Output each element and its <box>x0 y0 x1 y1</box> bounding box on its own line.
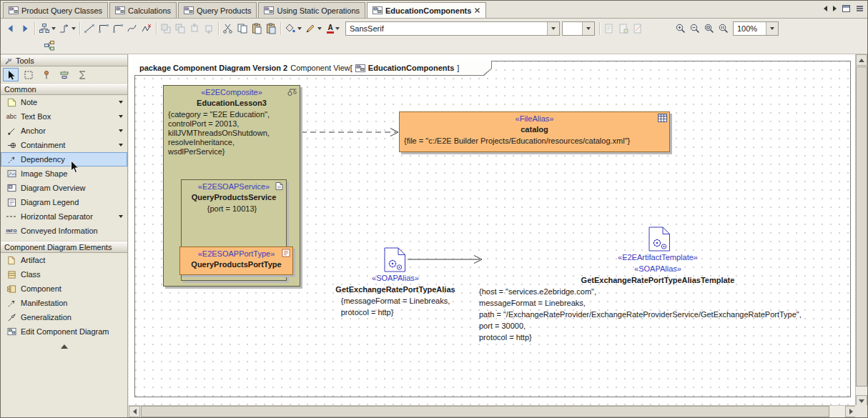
chevron-down-icon[interactable] <box>119 101 123 104</box>
clear-style-button[interactable] <box>631 21 645 36</box>
rounded-path-button[interactable] <box>111 21 125 36</box>
bring-forward-button[interactable] <box>187 21 202 36</box>
horizontal-separator-icon <box>6 212 17 222</box>
tab-educationcomponents[interactable]: EducationComponents <box>367 2 486 18</box>
cut-button[interactable] <box>221 21 235 36</box>
layout-tree-button[interactable] <box>37 21 57 36</box>
chevron-down-icon[interactable] <box>119 144 123 146</box>
palette-item-class[interactable]: Class <box>1 267 127 282</box>
tools-section-header[interactable]: Tools <box>1 54 127 66</box>
palette-item-diagram-legend[interactable]: Diagram Legend <box>1 195 127 209</box>
chevron-down-icon[interactable] <box>119 129 123 132</box>
palette-item-anchor[interactable]: Anchor <box>1 124 127 138</box>
palette-item-component[interactable]: Component <box>1 282 127 296</box>
copy-button[interactable] <box>235 21 250 36</box>
copy-style-button[interactable] <box>602 21 616 36</box>
paste-with-style-button[interactable] <box>264 21 278 36</box>
maximize-view-icon[interactable] <box>842 5 850 12</box>
scroll-tabs-left-icon[interactable] <box>824 6 827 11</box>
chevron-down-icon[interactable] <box>119 215 123 218</box>
tab-list-icon[interactable] <box>856 5 864 12</box>
align-center-tool[interactable] <box>56 68 72 81</box>
remove-breakpoints-button[interactable] <box>139 21 154 36</box>
zoom-combo[interactable]: 100% <box>733 21 779 36</box>
horizontal-scroll-thumb[interactable] <box>141 406 829 417</box>
palette-item-label: Generalization <box>21 313 71 322</box>
box-select-tool[interactable] <box>21 68 36 81</box>
tab-label: Calculations <box>128 6 171 15</box>
close-tab-icon[interactable] <box>474 7 480 14</box>
oblique-path-button[interactable] <box>82 21 97 36</box>
paste-style-button[interactable] <box>616 21 631 36</box>
vertical-scrollbar[interactable] <box>855 54 867 407</box>
tab-query-products[interactable]: Query Products <box>178 2 257 18</box>
palette-item-conveyed-information[interactable]: INFO Conveyed Information <box>1 224 127 238</box>
palette-item-manifestation[interactable]: Manifestation <box>1 296 127 310</box>
scroll-tabs-right-icon[interactable] <box>833 6 837 11</box>
dependency-link[interactable] <box>301 129 398 136</box>
common-section-header[interactable]: Common <box>1 83 127 95</box>
palette-item-generalization[interactable]: Generalization <box>1 310 127 324</box>
artifact-template-label[interactable]: «E2EArtifactTemplate» «SOAPAlias» GetExc… <box>479 252 837 343</box>
bezier-path-button[interactable] <box>125 21 139 36</box>
scroll-left-icon[interactable] <box>129 406 140 417</box>
palette-item-diagram-overview[interactable]: Diagram Overview <box>1 181 127 195</box>
send-backward-button[interactable] <box>202 21 216 36</box>
send-to-back-button[interactable] <box>173 21 187 36</box>
palette-item-horizontal-separator[interactable]: Horizontal Separator <box>1 209 127 224</box>
containment-browser-icon[interactable] <box>42 39 56 53</box>
diagram-icon <box>115 6 125 14</box>
related-elements-tool[interactable] <box>74 68 90 81</box>
forward-button[interactable] <box>18 21 32 36</box>
chevron-down-icon <box>335 27 340 30</box>
soap-alias-label[interactable]: «SOAPAlias» GetExchangeRatePortTypeAlias… <box>317 272 474 318</box>
element-name: EducationLesson3 <box>164 97 300 108</box>
font-color-button[interactable]: A <box>323 21 343 36</box>
back-button[interactable] <box>4 21 18 36</box>
class-icon <box>6 269 17 279</box>
zoom-in-icon[interactable] <box>674 21 688 36</box>
tab-product-query-classes[interactable]: Product Query Classes <box>3 2 108 18</box>
chevron-down-icon[interactable] <box>119 115 123 118</box>
component-elements-section-header[interactable]: Component Diagram Elements <box>1 241 127 253</box>
chevron-down-icon[interactable] <box>547 22 559 35</box>
tab-label: Product Query Classes <box>21 6 102 15</box>
palette-item-image-shape[interactable]: Image Shape <box>1 166 127 181</box>
zoom-actual-size-icon[interactable] <box>716 21 731 36</box>
main-toolbar: A SansSerif 100% <box>1 19 867 38</box>
palette-item-dependency[interactable]: Dependency <box>1 152 127 166</box>
line-routing-button[interactable] <box>57 21 77 36</box>
palette-item-text-box[interactable]: abc Text Box <box>1 109 127 124</box>
rectilinear-path-button[interactable] <box>97 21 111 36</box>
palette-item-artifact[interactable]: Artifact <box>1 253 127 267</box>
text-box-icon: abc <box>6 111 17 121</box>
diagram-palette: Tools Common Note abc Text Box Anchor <box>1 54 128 417</box>
zoom-out-icon[interactable] <box>688 21 702 36</box>
palette-scroll-up-button[interactable] <box>1 344 127 349</box>
sticky-pin-tool[interactable] <box>39 68 54 81</box>
soap-alias-artifact-icon[interactable] <box>384 247 406 272</box>
palette-item-edit-component-diagram[interactable]: Edit Component Diagram <box>1 324 127 339</box>
tab-calculations[interactable]: Calculations <box>109 2 177 18</box>
component-catalog[interactable]: «FileAlias» catalog {file = "c:/E2E Buil… <box>399 111 670 152</box>
component-queryproductsporttype[interactable]: «E2ESOAPPortType» QueryProductsPortType <box>179 247 293 275</box>
palette-item-containment[interactable]: Containment <box>1 138 127 152</box>
fill-color-button[interactable] <box>283 21 303 36</box>
tab-using-static-operations[interactable]: Using Static Operations <box>258 2 365 18</box>
horizontal-scrollbar[interactable] <box>129 405 857 417</box>
fit-in-window-icon[interactable] <box>702 21 716 36</box>
vertical-scroll-thumb[interactable] <box>856 66 867 387</box>
palette-item-note[interactable]: Note <box>1 95 127 109</box>
artifact-template-icon[interactable] <box>648 227 671 252</box>
bring-to-front-button[interactable] <box>159 21 173 36</box>
font-size-combo[interactable] <box>562 21 595 36</box>
chevron-down-icon[interactable] <box>766 22 778 35</box>
paste-button[interactable] <box>250 21 264 36</box>
chevron-down-icon[interactable] <box>582 22 594 35</box>
scroll-up-icon[interactable] <box>856 54 867 66</box>
line-color-button[interactable] <box>303 21 323 36</box>
font-name-combo[interactable]: SansSerif <box>345 21 560 36</box>
diagram-canvas[interactable]: package Component Diagram Version 2 Comp… <box>129 54 857 407</box>
alias-to-template-link[interactable] <box>408 256 482 264</box>
select-tool[interactable] <box>3 68 19 81</box>
